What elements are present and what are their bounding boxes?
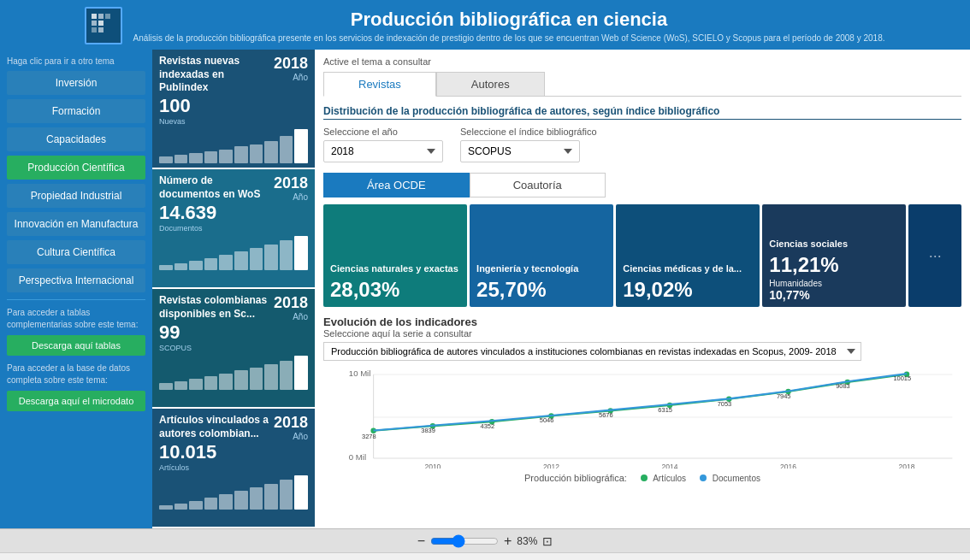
- sub-tab-ocde[interactable]: Área OCDE: [323, 173, 470, 197]
- svg-rect-6: [98, 27, 104, 32]
- tile-sub-label-4: Humanidades: [769, 279, 899, 288]
- legend-dot-articulos: [641, 475, 648, 481]
- tile-pct-1: 28,03%: [330, 278, 460, 302]
- sidebar-item-propiedad[interactable]: Propiedad Industrial: [7, 184, 145, 208]
- tile-pct-3: 19,02%: [623, 278, 753, 302]
- stat-title-2: Número de documentos en WoS: [159, 174, 274, 201]
- bottom-icons: ⎋ ⤢: [931, 557, 960, 561]
- active-theme-label: Active el tema a consultar: [323, 56, 961, 67]
- page-subtitle: Análisis de la producción bibliográfica …: [133, 33, 884, 43]
- stat-value-1: 100: [159, 95, 308, 117]
- legend-articulos: Artículos: [641, 474, 686, 483]
- stat-label-4: Artículos: [159, 463, 308, 472]
- svg-text:5046: 5046: [540, 416, 554, 424]
- sidebar-divider: [7, 299, 145, 300]
- zoom-plus[interactable]: +: [504, 533, 512, 549]
- svg-text:2012: 2012: [543, 463, 559, 469]
- sidebar-note-micro: Para acceder a la base de datos completa…: [7, 363, 145, 386]
- sidebar-item-capacidades[interactable]: Capacidades: [7, 127, 145, 151]
- stat-value-2: 14.639: [159, 202, 308, 224]
- stat-year-2: 2018: [274, 174, 308, 192]
- chart-area: 10 Mil 0 Mil: [323, 366, 961, 486]
- tile-title-3: Ciencias médicas y de la...: [623, 262, 753, 274]
- tab-revistas[interactable]: Revistas: [323, 72, 436, 97]
- stat-yearlabel-2: Año: [274, 192, 308, 202]
- page-title: Producción bibliográfica en ciencia: [133, 9, 884, 31]
- stat-title-1: Revistas nuevas indexadas en Publindex: [159, 55, 274, 95]
- sidebar-hint: Haga clic para ir a otro tema: [7, 56, 145, 66]
- svg-rect-4: [98, 21, 104, 26]
- chart-legend: Producción bibliográfica: Artículos Docu…: [323, 473, 961, 483]
- stat-title-4: Artículos vinculados a autores colombian…: [159, 414, 274, 440]
- download-tables-button[interactable]: Descarga aquí tablas: [7, 335, 145, 356]
- svg-text:6315: 6315: [658, 406, 672, 414]
- sidebar-item-cultura[interactable]: Cultura Científica: [7, 240, 145, 264]
- bottom-bar: Microsoft Power BI Páginas ⎋ ⤢: [0, 552, 970, 560]
- tile-pct-sub2-4: 10,77%: [769, 288, 899, 302]
- zoom-minus[interactable]: −: [417, 533, 425, 549]
- svg-rect-3: [92, 21, 97, 26]
- sidebar-item-inversion[interactable]: Inversión: [7, 71, 145, 95]
- chart-select-row: Producción bibliográfica de autores vinc…: [323, 342, 961, 361]
- legend-label-produccion: Producción bibliográfica:: [524, 473, 627, 483]
- svg-text:2018: 2018: [899, 463, 915, 469]
- svg-text:4352: 4352: [481, 422, 495, 430]
- tile-title-4: Ciencias sociales: [769, 238, 899, 250]
- filter-year-select[interactable]: 2018: [323, 140, 443, 162]
- filter-year-group: Seleccione el año 2018: [323, 127, 443, 162]
- stat-card-articulos: Artículos vinculados a autores colombian…: [152, 409, 315, 528]
- fullscreen-icon[interactable]: ⤢: [947, 557, 960, 561]
- filter-index-select[interactable]: SCOPUS: [460, 140, 580, 162]
- legend-documentos: Documentos: [700, 474, 760, 483]
- content-area: Active el tema a consultar Revistas Auto…: [315, 50, 970, 528]
- stat-yearlabel-4: Año: [274, 432, 308, 441]
- stat-card-publindex: Revistas nuevas indexadas en Publindex 2…: [152, 50, 315, 169]
- chart-select-label: Seleccione aquí la serie a consultar: [323, 328, 961, 339]
- logo: [85, 7, 122, 44]
- tab-autores[interactable]: Autores: [436, 72, 545, 96]
- chart-svg: 10 Mil 0 Mil: [323, 366, 961, 469]
- stat-label-3: SCOPUS: [159, 344, 308, 352]
- ocde-tile-ciencias-medicas: Ciencias médicas y de la... 19,02%: [616, 204, 760, 307]
- legend-text-documentos: Documentos: [713, 474, 760, 483]
- stat-year-3: 2018: [274, 294, 308, 312]
- sidebar-item-innovacion[interactable]: Innovación en Manufactura: [7, 212, 145, 236]
- sub-tab-coautoria[interactable]: Coautoría: [470, 173, 606, 197]
- tile-dots: ···: [929, 247, 942, 265]
- mini-bars-2: [159, 236, 308, 270]
- filter-year-label: Seleccione el año: [323, 127, 443, 137]
- main-tabs: Revistas Autores: [323, 72, 961, 97]
- mini-bars-4: [159, 475, 308, 510]
- sidebar-item-perspectiva[interactable]: Perspectiva Internacional: [7, 268, 145, 292]
- svg-text:5676: 5676: [599, 411, 613, 419]
- chart-series-select[interactable]: Producción bibliográfica de autores vinc…: [323, 342, 861, 361]
- ocde-grid: Ciencias naturales y exactas 28,03% Inge…: [323, 204, 961, 307]
- svg-text:7053: 7053: [718, 400, 732, 408]
- filter-row: Seleccione el año 2018 Seleccione el índ…: [323, 127, 961, 162]
- fit-icon[interactable]: ⊡: [542, 534, 553, 548]
- status-bar: − + 83% ⊡: [0, 528, 970, 552]
- svg-text:10015: 10015: [893, 374, 911, 382]
- svg-text:2014: 2014: [661, 463, 677, 469]
- stats-column: Revistas nuevas indexadas en Publindex 2…: [152, 50, 315, 528]
- chart-title: Evolución de los indicadores: [323, 315, 961, 328]
- zoom-slider[interactable]: [430, 534, 499, 548]
- stat-year-4: 2018: [274, 414, 308, 432]
- ocde-tile-ciencias-sociales: Ciencias sociales 11,21% Humanidades 10,…: [762, 204, 906, 307]
- stat-card-scopus: Revistas colombianas disponibles en Sc..…: [152, 289, 315, 409]
- sidebar-item-produccion[interactable]: Producción Científica: [7, 156, 145, 180]
- tile-title-2: Ingeniería y tecnología: [476, 262, 606, 274]
- stat-yearlabel-3: Año: [274, 312, 308, 321]
- svg-text:0 Mil: 0 Mil: [349, 452, 366, 462]
- svg-text:2010: 2010: [424, 463, 441, 469]
- main-layout: Haga clic para ir a otro tema Inversión …: [0, 50, 970, 528]
- page-header: Producción bibliográfica en ciencia Anál…: [0, 0, 970, 50]
- svg-rect-2: [105, 14, 110, 19]
- svg-rect-1: [98, 14, 104, 19]
- download-micro-button[interactable]: Descarga aquí el microdato: [7, 391, 145, 411]
- svg-rect-0: [92, 14, 97, 19]
- tile-pct-2: 25,70%: [476, 278, 606, 302]
- svg-text:10 Mil: 10 Mil: [349, 368, 371, 378]
- stat-value-4: 10.015: [159, 441, 308, 463]
- sidebar-item-formacion[interactable]: Formación: [7, 99, 145, 123]
